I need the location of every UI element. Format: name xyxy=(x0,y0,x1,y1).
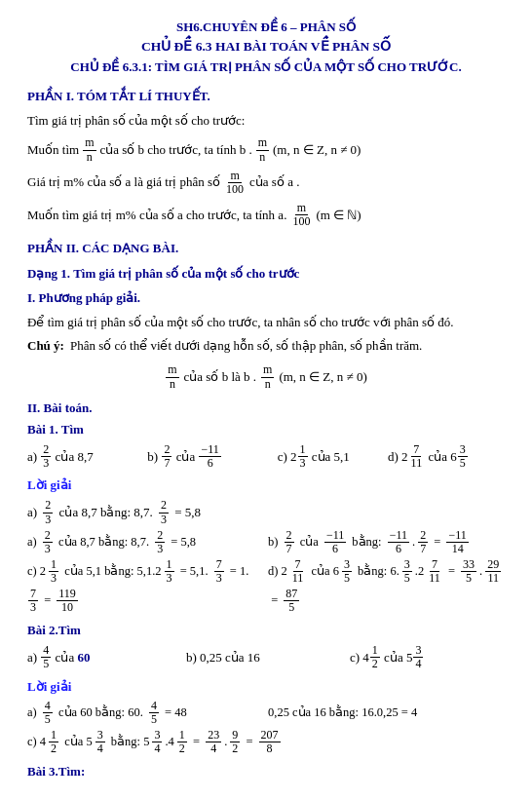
bai3-title: Bài 3.Tìm: xyxy=(27,762,505,781)
page-title-line3: CHỦ ĐỀ 6.3.1: TÌM GIÁ TRỊ PHÂN SỐ CỦA MỘ… xyxy=(27,57,505,77)
loi-giai-1-title: Lời giải xyxy=(27,476,505,495)
chu-y-text: Phân số có thể viết dưới dạng hỗn số, số… xyxy=(70,336,422,356)
bai1-item-a: a) 23 của 8,7 xyxy=(27,443,147,470)
rule2-line: Giá trị m% của số a là giá trị phân số m… xyxy=(27,170,505,196)
formula-desc: của số b là b . xyxy=(184,367,256,387)
rule2-mid: của số a . xyxy=(249,172,299,192)
bai1-item-c: c) 2 13 của 5,1 xyxy=(278,443,388,470)
sol1cd-row: c) 2 13 của 5,1 bằng: 5,1.2 13 = 5,1. 73… xyxy=(27,558,505,614)
dang1-title: Dạng 1. Tìm giá trị phân số của một số c… xyxy=(27,264,505,284)
rule1-frac-mn: mn xyxy=(83,136,95,163)
bai1c-frac: 13 xyxy=(298,443,308,470)
chu-y-label: Chú ý: xyxy=(27,336,64,356)
sol1ab-row: a) 23 của 8,7 bằng: 8,7. 23 = 5,8 b) 27 … xyxy=(27,529,505,555)
rule1-text: Muốn tìm xyxy=(27,140,79,160)
rule3-pre: Muốn tìm giá trị m% của số a cho trước, … xyxy=(27,206,286,225)
bai2-item-a: a) 45 của 60 xyxy=(27,644,182,670)
section1-title: PHẦN I. TÓM TẮT LÍ THUYẾT. xyxy=(27,87,505,106)
rule2-frac: m100 xyxy=(224,170,246,196)
sol1a-line: a) 23 của 8,7 bằng: 8,7. 23 = 5,8 xyxy=(27,499,505,525)
page-title-line2: CHỦ ĐỀ 6.3 HAI BÀI TOÁN VỀ PHÂN SỐ xyxy=(27,37,505,57)
sol2a-result: = 48 xyxy=(162,704,187,722)
sol1a-col: a) 23 của 8,7 bằng: 8,7. 23 = 5,8 xyxy=(27,529,264,555)
sol2a-col: a) 45 của 60 bằng: 60. 45 = 48 xyxy=(27,700,264,726)
bai1a-label: a) xyxy=(27,447,40,467)
bai2a-num: 60 xyxy=(77,650,90,665)
section2-title: PHẦN II. CÁC DẠNG BÀI. xyxy=(27,239,505,258)
formula-frac2: mn xyxy=(261,363,274,390)
formula-frac1: mn xyxy=(166,363,178,390)
sol2b-col: 0,25 của 16 bằng: 16.0,25 = 4 xyxy=(268,700,505,726)
sol1a-text: của 8,7 bằng: 8,7. xyxy=(56,503,156,522)
bai1-item-d: d) 2 711 của 6 35 xyxy=(388,443,505,470)
bai1b-extra-frac: −116 xyxy=(199,443,220,470)
bai1b-frac: 27 xyxy=(162,443,171,470)
bai2-item-b: b) 0,25 của 16 xyxy=(186,648,346,667)
loi-giai-2-title: Lời giải xyxy=(27,677,505,697)
rule2-pre: Giá trị m% của số a là giá trị phân số xyxy=(27,172,220,192)
bai1c-text: của 5,1 xyxy=(309,447,350,467)
bai-toan-title: II. Bài toán. xyxy=(27,399,505,418)
sol1c-col: c) 2 13 của 5,1 bằng: 5,1.2 13 = 5,1. 73… xyxy=(27,558,264,614)
bai2-title: Bài 2.Tìm xyxy=(27,621,505,640)
pp-text: Để tìm giá trị phân số của một số cho tr… xyxy=(27,313,505,332)
bai1b-label: b) xyxy=(147,447,161,467)
sol1d-col: d) 2 711 của 6 35 bằng: 6. 35 .2 711 = 3… xyxy=(268,558,505,614)
phuong-phap-title: I. Phương pháp giải. xyxy=(27,288,505,308)
sol1a-frac2: 23 xyxy=(159,499,169,525)
sol1a-result: = 5,8 xyxy=(171,503,201,522)
bai1-items-row: a) 23 của 8,7 b) 27 của −116 c) 2 13 của… xyxy=(27,443,505,470)
section1-intro: Tìm giá trị phân số của một số cho trước… xyxy=(27,111,505,131)
sol2b-text: 0,25 của 16 bằng: 16.0,25 = 4 xyxy=(268,704,417,722)
rule1-frac-mn2: mn xyxy=(256,136,269,163)
sol1a-frac: 23 xyxy=(43,499,53,525)
rule1-textb: của số b cho trước, ta tính b . xyxy=(100,140,252,160)
rule1-cond: (m, n ∈ Z, n ≠ 0) xyxy=(273,140,361,160)
bai2-items-row: a) 45 của 60 b) 0,25 của 16 c) 4 12 của … xyxy=(27,644,505,670)
sol2c-row: c) 4 12 của 5 34 bằng: 5 34 .4 12 = 234 … xyxy=(27,729,505,755)
bai1b-text: của xyxy=(172,447,198,467)
rule3-frac: m100 xyxy=(290,202,312,228)
rule3-line: Muốn tìm giá trị m% của số a cho trước, … xyxy=(27,202,505,228)
formula-cond: (m, n ∈ Z, n ≠ 0) xyxy=(279,367,366,387)
bai1c-label: c) 2 xyxy=(278,447,297,467)
bai1a-text: của 8,7 xyxy=(52,447,93,467)
sol1a-label: a) xyxy=(27,503,40,522)
bai1-item-b: b) 27 của −116 xyxy=(147,443,277,470)
sol2ab-row: a) 45 của 60 bằng: 60. 45 = 48 0,25 của … xyxy=(27,700,505,726)
formula-line: mn của số b là b . mn (m, n ∈ Z, n ≠ 0) xyxy=(27,363,505,390)
bai1d-trail-frac: 35 xyxy=(458,443,468,470)
bai1d-frac: 711 xyxy=(409,443,425,470)
rule3-post: (m ∈ ℕ) xyxy=(316,206,361,225)
chu-y-line: Chú ý: Phân số có thể viết dưới dạng hỗn… xyxy=(27,336,505,356)
sol1b-col: b) 27 của −116 bằng: −116 . 27 = −1114 xyxy=(268,529,505,555)
page-title-line1: SH6.CHUYÊN ĐỀ 6 – PHÂN SỐ xyxy=(27,18,505,37)
bai2-item-c: c) 4 12 của 5 34 xyxy=(350,644,505,670)
bai1d-label: d) 2 xyxy=(388,447,408,467)
bai1-title: Bài 1. Tìm xyxy=(27,420,505,439)
bai1a-frac: 23 xyxy=(41,443,51,470)
bai1d-text: của 6 xyxy=(425,447,457,467)
rule1-line: Muốn tìm mn của số b cho trước, ta tính … xyxy=(27,136,505,163)
